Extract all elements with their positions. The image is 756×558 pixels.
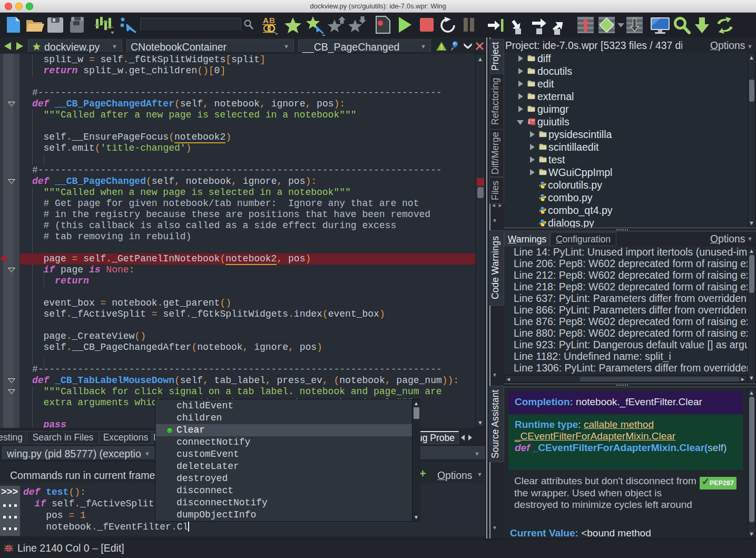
svg-text:A: A [263,16,269,25]
svg-text:B: B [269,16,275,25]
